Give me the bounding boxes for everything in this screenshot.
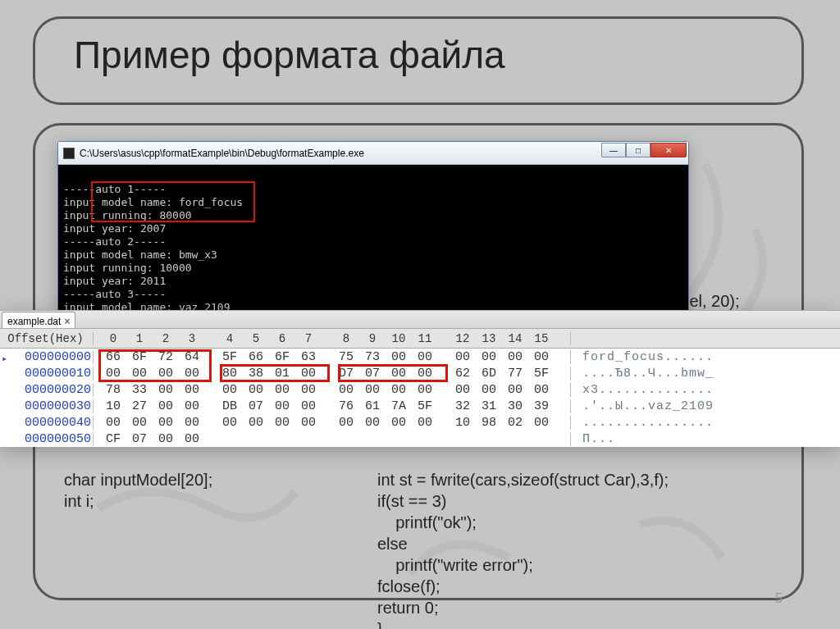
hex-byte[interactable]: 00 [412, 367, 438, 381]
hex-byte[interactable]: 72 [153, 350, 179, 364]
hex-byte[interactable]: 6D [476, 367, 502, 381]
hex-byte[interactable]: CF [100, 432, 126, 446]
hex-byte[interactable]: 00 [153, 367, 179, 381]
hex-byte[interactable]: 00 [269, 416, 295, 430]
hex-byte[interactable]: 00 [243, 383, 269, 397]
hex-byte[interactable]: 00 [333, 416, 359, 430]
hex-tab[interactable]: example.dat × [2, 312, 75, 328]
hex-byte[interactable]: 6F [126, 350, 153, 364]
hex-byte[interactable]: 00 [386, 367, 412, 381]
hex-byte[interactable]: 00 [269, 399, 295, 413]
hex-row[interactable]: 0000000100000000080380100D7070000626D775… [0, 365, 840, 381]
hex-byte[interactable]: 73 [359, 350, 386, 364]
hex-byte[interactable]: 80 [217, 367, 243, 381]
hex-byte[interactable]: 00 [528, 416, 555, 430]
hex-byte[interactable]: 00 [412, 350, 438, 364]
hex-row[interactable]: 000000050CF070000П... [0, 431, 840, 447]
console-titlebar[interactable]: C:\Users\asus\cpp\formatExample\bin\Debu… [58, 142, 688, 165]
hex-byte[interactable]: 00 [100, 416, 126, 430]
hex-byte[interactable]: 31 [476, 399, 502, 413]
hex-byte[interactable]: 00 [179, 416, 205, 430]
hex-byte[interactable]: 6F [269, 350, 295, 364]
hex-col-2: 2 [153, 332, 179, 345]
hex-byte[interactable]: 98 [476, 416, 502, 430]
hex-byte[interactable]: 00 [100, 367, 126, 381]
hex-byte[interactable]: 5F [217, 350, 243, 364]
hex-byte[interactable]: 00 [153, 399, 179, 413]
hex-byte[interactable]: 00 [153, 432, 179, 446]
hex-byte[interactable]: DB [217, 399, 243, 413]
hex-row[interactable]: 0000000400000000000000000000000001098020… [0, 414, 840, 431]
hex-byte[interactable]: 00 [359, 383, 386, 397]
hex-byte[interactable]: 30 [502, 399, 528, 413]
hex-byte[interactable]: 00 [126, 367, 153, 381]
hex-byte[interactable]: 00 [126, 416, 153, 430]
close-button[interactable]: ✕ [651, 143, 687, 157]
hex-byte[interactable]: 00 [179, 432, 205, 446]
hex-byte[interactable]: 00 [502, 383, 528, 397]
hex-byte[interactable]: 00 [386, 350, 412, 364]
hex-byte[interactable]: 00 [412, 383, 438, 397]
hex-byte[interactable]: 00 [153, 416, 179, 430]
hex-byte[interactable]: 7A [386, 399, 412, 413]
hex-byte[interactable]: 10 [450, 416, 476, 430]
hex-byte[interactable]: 00 [153, 383, 179, 397]
hex-grid[interactable]: Offset(Hex) 0123456789101112131415 00000… [0, 329, 840, 447]
hex-byte[interactable]: 01 [269, 367, 295, 381]
hex-byte[interactable]: 62 [450, 367, 476, 381]
hex-byte[interactable]: 00 [502, 350, 528, 364]
hex-byte[interactable]: 00 [476, 383, 502, 397]
hex-byte[interactable]: 64 [179, 350, 205, 364]
hex-byte[interactable]: 63 [295, 350, 322, 364]
hex-byte[interactable]: 07 [126, 432, 153, 446]
hex-byte[interactable]: 00 [179, 399, 205, 413]
hex-byte[interactable]: 00 [476, 350, 502, 364]
close-icon[interactable]: × [64, 316, 70, 327]
hex-byte[interactable]: 00 [412, 416, 438, 430]
hex-byte[interactable]: 00 [528, 350, 555, 364]
hex-byte[interactable]: D7 [333, 367, 359, 381]
hex-byte[interactable]: 00 [217, 416, 243, 430]
hex-row[interactable]: 0000000207833000000000000000000000000000… [0, 381, 840, 398]
hex-byte[interactable]: 00 [450, 383, 476, 397]
hex-byte[interactable]: 76 [333, 399, 359, 413]
hex-byte[interactable]: 02 [502, 416, 528, 430]
maximize-button[interactable]: □ [626, 143, 651, 157]
hex-byte[interactable]: 00 [528, 383, 555, 397]
hex-header-offset: Offset(Hex) [0, 332, 94, 345]
hex-byte[interactable]: 27 [126, 399, 153, 413]
hex-byte[interactable]: 32 [450, 399, 476, 413]
code-fragment-right: int st = fwrite(cars,sizeof(struct Car),… [377, 469, 669, 629]
hex-byte[interactable]: 00 [450, 350, 476, 364]
hex-byte[interactable]: 00 [359, 416, 386, 430]
hex-byte[interactable]: 5F [412, 399, 438, 413]
hex-byte[interactable]: 00 [333, 383, 359, 397]
hex-row[interactable]: 00000003010270000DB07000076617A5F3231303… [0, 398, 840, 414]
hex-byte[interactable]: 07 [243, 399, 269, 413]
hex-byte[interactable]: 61 [359, 399, 386, 413]
hex-byte[interactable]: 00 [386, 416, 412, 430]
hex-byte[interactable]: 00 [179, 383, 205, 397]
hex-byte[interactable]: 33 [126, 383, 153, 397]
hex-row[interactable]: 000000000▸666F72645F666F6375730000000000… [0, 349, 840, 365]
minimize-button[interactable]: ― [601, 143, 626, 157]
hex-byte[interactable]: 00 [386, 383, 412, 397]
hex-byte[interactable]: 39 [528, 399, 555, 413]
hex-byte[interactable]: 00 [179, 367, 205, 381]
hex-byte[interactable]: 00 [295, 383, 322, 397]
hex-byte[interactable]: 00 [269, 383, 295, 397]
hex-byte[interactable]: 00 [217, 383, 243, 397]
hex-byte[interactable]: 00 [295, 416, 322, 430]
hex-byte[interactable]: 78 [100, 383, 126, 397]
hex-byte[interactable]: 38 [243, 367, 269, 381]
hex-byte[interactable]: 66 [100, 350, 126, 364]
hex-byte[interactable]: 77 [502, 367, 528, 381]
hex-byte[interactable]: 00 [295, 367, 322, 381]
hex-byte[interactable]: 66 [243, 350, 269, 364]
hex-byte[interactable]: 00 [295, 399, 322, 413]
hex-byte[interactable]: 75 [333, 350, 359, 364]
hex-byte[interactable]: 10 [100, 399, 126, 413]
hex-byte[interactable]: 5F [528, 367, 555, 381]
hex-byte[interactable]: 00 [243, 416, 269, 430]
hex-byte[interactable]: 07 [359, 367, 386, 381]
